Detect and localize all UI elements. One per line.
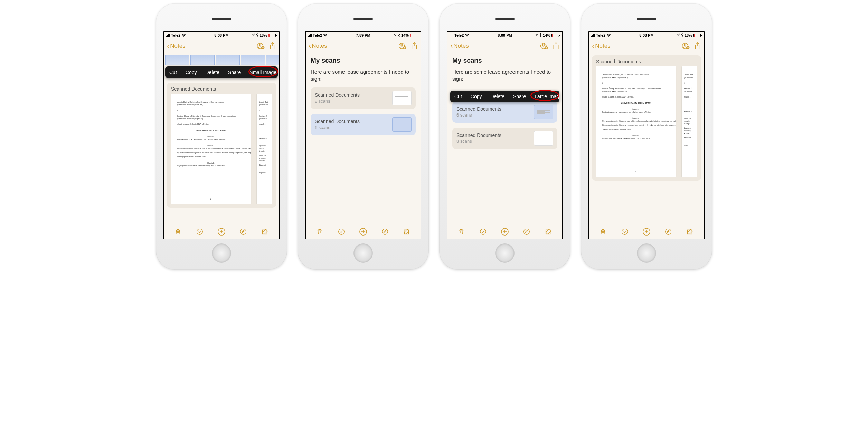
- compose-icon[interactable]: [544, 227, 553, 236]
- note-title: My scans: [311, 57, 416, 64]
- trash-icon[interactable]: [598, 227, 607, 236]
- scan-attachment-row[interactable]: Scanned Documents 6 scans: [311, 114, 416, 135]
- trash-icon[interactable]: [315, 227, 324, 236]
- sketch-icon[interactable]: [522, 227, 531, 236]
- back-button[interactable]: ‹Notes: [309, 43, 327, 49]
- ctx-large-images[interactable]: Large Images: [530, 91, 559, 102]
- ctx-copy[interactable]: Copy: [466, 91, 487, 102]
- note-body[interactable]: My scans Here are some lease agreements …: [447, 53, 562, 157]
- scan-row-count: 6 scans: [456, 112, 501, 118]
- compose-icon[interactable]: [686, 227, 695, 236]
- share-icon[interactable]: [411, 42, 418, 50]
- battery-icon: [410, 34, 418, 37]
- ctx-share[interactable]: Share: [509, 91, 530, 102]
- back-label: Notes: [312, 43, 327, 49]
- scanned-documents-card[interactable]: Scanned Documents Jasmin Zlatić iz Rovin…: [167, 83, 276, 208]
- battery-pct: 14%: [401, 33, 409, 37]
- scan-thumbnail: [534, 131, 553, 146]
- checklist-icon[interactable]: [620, 227, 629, 236]
- scan-attachment-row[interactable]: Scanned Documents 8 scans: [452, 128, 557, 149]
- carrier-label: Tele2: [454, 33, 464, 37]
- doc-pages-scroll[interactable]: Jasmin Zlatić iz Rovinja, ul. A. Smrlovi…: [171, 94, 272, 204]
- ctx-share[interactable]: Share: [224, 66, 245, 78]
- add-icon[interactable]: [359, 227, 368, 236]
- scan-row-count: 8 scans: [456, 139, 501, 144]
- screen: Tele2 8:00 PM 14% ‹Notes My scans Here a…: [447, 31, 563, 239]
- doc-page[interactable]: Jasmin Zlatić iz Rovinja, ul. A. Smrlovi…: [171, 94, 251, 204]
- compose-icon[interactable]: [261, 227, 270, 236]
- back-button[interactable]: ‹ Notes: [167, 43, 186, 49]
- add-icon[interactable]: [500, 227, 509, 236]
- selection-thumb[interactable]: [165, 55, 189, 65]
- ctx-delete[interactable]: Delete: [201, 66, 224, 78]
- status-bar: Tele2 7:59 PM 14%: [306, 32, 421, 39]
- scan-attachment-row[interactable]: Scanned Documents 8 scans: [311, 87, 416, 109]
- selection-thumb[interactable]: [266, 55, 279, 65]
- compose-icon[interactable]: [402, 227, 411, 236]
- scan-thumbnail: [392, 91, 412, 105]
- iphone-frame: Tele2 8:00 PM 14% ‹Notes My scans Here a…: [439, 3, 570, 270]
- signal-icon: [308, 34, 312, 37]
- checklist-icon[interactable]: [195, 227, 204, 236]
- share-icon[interactable]: [694, 42, 701, 50]
- doc-page[interactable]: Jasmin Zlatić iz Rovinja, ul. A. Smrlovi…: [596, 66, 676, 177]
- sketch-icon[interactable]: [664, 227, 673, 236]
- add-person-icon[interactable]: [257, 42, 265, 50]
- trash-icon[interactable]: [457, 227, 466, 236]
- ctx-copy[interactable]: Copy: [181, 66, 201, 78]
- ctx-cut[interactable]: Cut: [165, 66, 181, 78]
- back-button[interactable]: ‹Notes: [450, 43, 469, 49]
- battery-icon: [551, 34, 560, 37]
- svg-point-4: [197, 229, 203, 234]
- svg-point-1: [259, 44, 261, 46]
- add-person-icon[interactable]: [682, 42, 690, 50]
- bottom-toolbar: [306, 224, 421, 239]
- nav-bar: ‹Notes: [589, 39, 704, 53]
- doc-card-title: Scanned Documents: [596, 59, 697, 64]
- ctx-cut[interactable]: Cut: [450, 91, 466, 102]
- carrier-label: Tele2: [171, 33, 180, 37]
- wifi-icon: [323, 33, 328, 37]
- checklist-icon[interactable]: [337, 227, 346, 236]
- add-icon[interactable]: [217, 227, 226, 236]
- screen: Tele2 8:03 PM 13% ‹: [163, 31, 280, 239]
- scan-attachment-row[interactable]: Scanned Documents 6 scans: [452, 101, 557, 123]
- selection-thumb[interactable]: [216, 55, 240, 65]
- bluetooth-icon: [398, 33, 400, 38]
- trash-icon[interactable]: [173, 227, 182, 236]
- ctx-delete[interactable]: Delete: [486, 91, 509, 102]
- selection-thumbnails: [164, 53, 279, 65]
- doc-page-partial[interactable]: Jasmin Zlat(u nastavku i Kristijan Ž(u n…: [682, 66, 697, 177]
- back-label: Notes: [595, 43, 610, 49]
- location-icon: [393, 33, 397, 37]
- back-button[interactable]: ‹Notes: [592, 43, 611, 49]
- note-text: Here are some lease agreements I need to…: [311, 68, 416, 83]
- bluetooth-icon: [256, 33, 258, 38]
- sketch-icon[interactable]: [380, 227, 389, 236]
- battery-icon: [268, 34, 277, 37]
- add-icon[interactable]: [642, 227, 651, 236]
- bluetooth-icon: [539, 33, 542, 38]
- share-icon[interactable]: [553, 42, 559, 50]
- note-text: Here are some lease agreements I need to…: [452, 68, 557, 83]
- bottom-toolbar: [164, 224, 279, 239]
- scanned-documents-card[interactable]: Scanned Documents Jasmin Zlatić iz Rovin…: [592, 55, 701, 181]
- share-icon[interactable]: [269, 42, 276, 50]
- add-person-icon[interactable]: [398, 42, 407, 50]
- doc-page-partial[interactable]: Jasmin Zlat(u nastavku i Kristijan Ž(u n…: [257, 94, 272, 204]
- signal-icon: [450, 34, 453, 37]
- checklist-icon[interactable]: [479, 227, 488, 236]
- sketch-icon[interactable]: [239, 227, 248, 236]
- selection-thumb[interactable]: [241, 55, 265, 65]
- doc-pages-scroll[interactable]: Jasmin Zlatić iz Rovinja, ul. A. Smrlovi…: [596, 66, 697, 177]
- bottom-toolbar: [447, 224, 562, 239]
- add-person-icon[interactable]: [540, 42, 548, 50]
- clock: 8:03 PM: [214, 33, 229, 37]
- note-body[interactable]: My scans Here are some lease agreements …: [306, 53, 421, 144]
- svg-point-20: [480, 229, 486, 234]
- selection-thumb[interactable]: [190, 55, 215, 65]
- scan-row-title: Scanned Documents: [456, 132, 501, 138]
- ctx-small-images[interactable]: Small Images: [245, 66, 278, 78]
- clock: 8:00 PM: [498, 33, 512, 37]
- screen: Tele2 7:59 PM 14% ‹Notes My scans Here a…: [305, 31, 421, 239]
